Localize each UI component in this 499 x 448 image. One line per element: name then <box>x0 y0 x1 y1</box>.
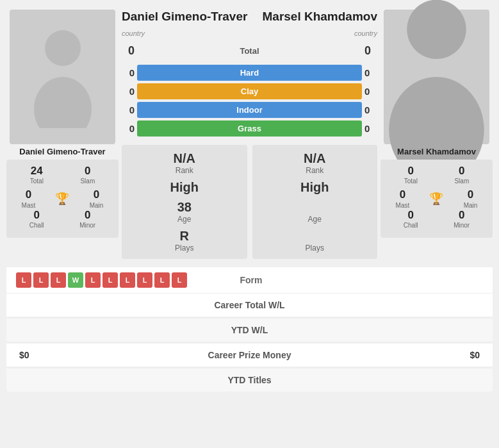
form-badge-0: L <box>16 272 31 288</box>
right-player-silhouette <box>384 0 489 162</box>
career-prize-center: Career Prize Money <box>179 350 320 360</box>
right-player-photo <box>384 10 489 144</box>
right-player-stats: 0 Total 0 Slam 0 Mast 🏆 0 <box>380 160 493 238</box>
right-mast-stat: 0 Mast <box>396 188 410 208</box>
form-badges: L L L W L L L L L L <box>16 272 187 288</box>
right-minor-stat: 0 Minor <box>454 209 470 229</box>
right-trophy-icon: 🏆 <box>429 192 443 206</box>
center-info-boxes: N/A Rank High 38 Age R Plays <box>122 145 377 259</box>
left-stats-row3: 0 Chall 0 Minor <box>12 209 113 229</box>
hard-button[interactable]: Hard <box>137 65 362 81</box>
svg-point-2 <box>407 0 466 59</box>
left-slam-stat: 0 Slam <box>80 165 95 185</box>
left-player-name: Daniel Gimeno-Traver <box>19 147 105 156</box>
clay-button[interactable]: Clay <box>137 83 362 99</box>
career-prize-left: $0 <box>19 350 179 360</box>
left-player-stats: 24 Total 0 Slam 0 Mast 🏆 0 <box>6 160 119 238</box>
right-total-stat: 0 Total <box>404 165 418 185</box>
ytd-titles-row: YTD Titles <box>6 369 493 392</box>
left-player-photo <box>10 10 115 144</box>
form-badge-9: L <box>172 272 187 288</box>
left-player-name-header: Daniel Gimeno-Traver <box>122 10 250 24</box>
form-row: L L L W L L L L L L Form <box>6 267 493 294</box>
right-trophy-row: 0 Mast 🏆 0 Main <box>386 188 487 208</box>
right-center-box: N/A Rank High Age Plays <box>252 145 378 259</box>
career-total-wl-row: Career Total W/L <box>6 294 493 317</box>
right-player-block: Marsel Khamdamov 0 Total 0 Slam 0 Mast <box>380 10 493 238</box>
surface-row-grass: 0 Grass 0 <box>122 120 377 137</box>
left-country: country <box>122 29 145 37</box>
left-minor-stat: 0 Minor <box>79 209 95 229</box>
players-comparison-section: Daniel Gimeno-Traver 24 Total 0 Slam 0 <box>0 0 499 262</box>
right-main-stat: 0 Main <box>464 188 478 208</box>
left-chall-stat: 0 Chall <box>29 209 44 229</box>
form-badge-4: L <box>85 272 101 288</box>
career-prize-right: $0 <box>320 350 480 360</box>
svg-point-0 <box>45 30 81 66</box>
career-prize-money-row: $0 Career Prize Money $0 <box>6 344 493 367</box>
left-trophy-icon: 🏆 <box>55 192 69 206</box>
right-chall-stat: 0 Chall <box>404 209 418 229</box>
surface-rows: 0 Hard 0 0 Clay 0 0 Indoor 0 <box>122 65 377 139</box>
right-slam-stat: 0 Slam <box>454 165 469 185</box>
indoor-button[interactable]: Indoor <box>137 102 362 118</box>
form-badge-5: L <box>102 272 118 288</box>
grass-button[interactable]: Grass <box>137 120 362 137</box>
right-player-name: Marsel Khamdamov <box>397 147 476 156</box>
ytd-wl-row: YTD W/L <box>6 319 493 342</box>
total-row: 0 Total 0 <box>122 44 377 58</box>
left-main-stat: 0 Main <box>90 188 104 208</box>
page-wrapper: Daniel Gimeno-Traver 24 Total 0 Slam 0 <box>0 0 499 406</box>
svg-point-1 <box>34 77 92 128</box>
left-player-silhouette <box>31 26 95 128</box>
form-badge-3: W <box>68 272 83 288</box>
right-stats-row1: 0 Total 0 Slam <box>386 165 487 185</box>
surface-row-clay: 0 Clay 0 <box>122 83 377 99</box>
surface-row-hard: 0 Hard 0 <box>122 65 377 81</box>
right-country: country <box>354 29 377 37</box>
form-badge-7: L <box>137 272 152 288</box>
left-player-block: Daniel Gimeno-Traver 24 Total 0 Slam 0 <box>6 10 119 238</box>
form-badge-1: L <box>33 272 49 288</box>
form-badge-2: L <box>51 272 66 288</box>
form-badge-8: L <box>154 272 170 288</box>
left-center-box: N/A Rank High 38 Age R Plays <box>122 145 247 259</box>
left-total-stat: 24 Total <box>30 165 44 185</box>
form-label: Form <box>187 275 315 285</box>
form-badge-6: L <box>120 272 135 288</box>
right-player-name-header: Marsel Khamdamov <box>250 10 378 24</box>
center-block: Daniel Gimeno-Traver Marsel Khamdamov co… <box>122 10 377 259</box>
left-trophy-row: 0 Mast 🏆 0 Main <box>12 188 113 208</box>
bottom-section: L L L W L L L L L L Form Career Total W/… <box>0 267 499 392</box>
left-mast-stat: 0 Mast <box>22 188 36 208</box>
right-stats-row3: 0 Chall 0 Minor <box>386 209 487 229</box>
left-stats-row1: 24 Total 0 Slam <box>12 165 113 185</box>
surface-row-indoor: 0 Indoor 0 <box>122 102 377 118</box>
